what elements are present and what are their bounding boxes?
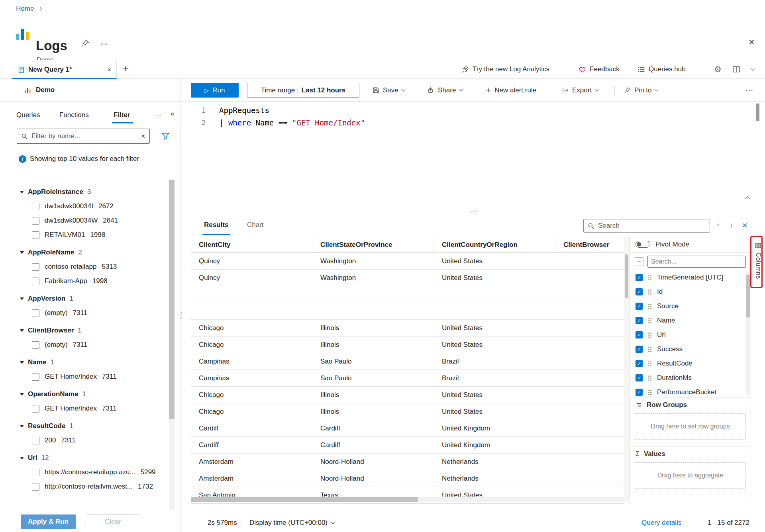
filter-item[interactable]: contoso-retailapp 5313	[0, 260, 169, 274]
table-horizontal-scrollbar-thumb[interactable]	[191, 497, 418, 502]
tab-close-icon[interactable]: ✕	[107, 67, 112, 73]
column-header[interactable]: ClientStateOrProvince	[312, 237, 434, 252]
editor-scrollbar-thumb[interactable]	[756, 104, 759, 121]
filter-item[interactable]: (empty) 7311	[0, 338, 169, 352]
tab-queries[interactable]: Queries	[16, 111, 40, 119]
pivot-mode-toggle[interactable]	[636, 241, 650, 248]
save-button[interactable]: Save	[373, 83, 405, 98]
table-row[interactable]: Cardiff Cardiff United Kingdom	[191, 420, 624, 437]
filter-item[interactable]: https://contoso-retailapp.azu... 5299	[0, 465, 169, 479]
apply-and-run-button[interactable]: Apply & Run	[21, 514, 76, 529]
results-search-box[interactable]	[583, 219, 710, 233]
checkbox-unchecked[interactable]	[32, 203, 39, 210]
table-row[interactable]: Chicago Illinois United States	[191, 320, 624, 336]
query-details-link[interactable]: Query details	[641, 519, 681, 527]
sidebar-more-icon[interactable]: …	[155, 109, 162, 117]
drag-handle-icon[interactable]	[648, 318, 652, 323]
column-header[interactable]: ClientCity	[191, 237, 312, 252]
filter-group-header[interactable]: ClientBrowser 1	[0, 323, 169, 338]
tab-functions[interactable]: Functions	[59, 111, 89, 119]
table-row[interactable]: Quincy Washington United States	[191, 253, 624, 270]
column-header[interactable]: ClientBrowser	[555, 237, 624, 252]
panel-column-row[interactable]: ✓ TimeGenerated [UTC]	[630, 270, 751, 285]
checkbox-checked-icon[interactable]: ✓	[636, 288, 643, 295]
filter-group-header[interactable]: AppVersion 1	[0, 291, 169, 306]
share-button[interactable]: Share	[428, 83, 462, 98]
checkbox-unchecked[interactable]	[32, 231, 39, 239]
checkbox-unchecked[interactable]	[32, 373, 39, 381]
columns-side-tab[interactable]: Columns	[751, 239, 765, 279]
panel-column-row[interactable]: ✓ DurationMs	[630, 371, 751, 385]
filter-group-header[interactable]: AppRoleName 2	[0, 245, 169, 260]
table-row[interactable]: Amsterdam Noord-Holland Netherlands	[191, 470, 624, 487]
display-time-dropdown[interactable]: Display time (UTC+00:00)	[249, 519, 334, 527]
drag-handle-icon[interactable]	[648, 275, 652, 280]
clear-search-icon[interactable]: ✕	[141, 133, 145, 139]
sidebar-scrollbar-thumb[interactable]	[169, 180, 175, 419]
panel-scrollbar-thumb[interactable]	[746, 275, 750, 317]
row-groups-dropzone[interactable]: Drag here to set row groups	[635, 413, 746, 440]
panel-column-row[interactable]: ✓ Id	[630, 285, 751, 299]
table-row[interactable]: Quincy Washington United States	[191, 270, 624, 286]
table-row[interactable]: Chicago Illinois United States	[191, 336, 624, 353]
filter-item[interactable]: GET Home/Index 7311	[0, 401, 169, 416]
try-new-log-analytics-button[interactable]: Try the new Log Analytics	[461, 60, 549, 79]
pin-to-button[interactable]: Pin to	[624, 83, 658, 98]
panel-column-row[interactable]: ✓ ResultCode	[630, 356, 751, 371]
checkbox-unchecked[interactable]	[32, 405, 39, 413]
checkbox-checked-icon[interactable]: ✓	[636, 389, 643, 396]
filter-item[interactable]: Fabrikam-App 1998	[0, 274, 169, 288]
checkbox-unchecked[interactable]	[32, 483, 39, 491]
panel-column-row[interactable]: ✓ Source	[630, 299, 751, 313]
filter-item[interactable]: 200 7311	[0, 433, 169, 448]
pin-icon[interactable]	[81, 39, 89, 47]
panel-column-row[interactable]: ✓ PerformanceBucket	[630, 385, 751, 397]
collapse-all-icon[interactable]: −	[635, 257, 643, 266]
search-next-icon[interactable]: ↓	[730, 221, 733, 229]
values-dropzone[interactable]: Drag here to aggregate	[635, 462, 746, 489]
table-row[interactable]	[191, 303, 624, 320]
column-header[interactable]: ClientCountryOrRegion	[434, 237, 555, 252]
filter-group-header[interactable]: AppRoleInstance 3	[0, 185, 169, 199]
checkbox-unchecked[interactable]	[32, 437, 39, 444]
panel-column-row[interactable]: ✓ Url	[630, 328, 751, 342]
side-panel-icon[interactable]	[732, 60, 740, 79]
drag-handle-icon[interactable]	[648, 289, 652, 295]
time-range-picker[interactable]: Time range : Last 12 hours	[247, 83, 359, 98]
table-row[interactable]: Campinas Sao Paulo Brazil	[191, 370, 624, 387]
filter-item[interactable]: GET Home/Index 7311	[0, 370, 169, 384]
filter-group-header[interactable]: Name 1	[0, 355, 169, 370]
checkbox-checked-icon[interactable]: ✓	[636, 317, 643, 324]
search-prev-icon[interactable]: ↑	[716, 221, 720, 229]
collapse-editor-icon[interactable]	[746, 194, 749, 202]
drag-handle-icon[interactable]	[648, 332, 652, 338]
settings-gear-icon[interactable]: ⚙	[714, 60, 722, 79]
editor-results-splitter[interactable]: ⋯	[181, 207, 765, 217]
drag-handle-icon[interactable]	[648, 389, 652, 395]
checkbox-unchecked[interactable]	[32, 278, 39, 285]
new-alert-rule-button[interactable]: + New alert rule	[486, 83, 536, 98]
checkbox-unchecked[interactable]	[32, 341, 39, 349]
filter-search-box[interactable]: ✕	[17, 129, 150, 144]
table-row[interactable]	[191, 286, 624, 303]
collapse-sidebar-icon[interactable]: «	[171, 110, 175, 118]
checkbox-checked-icon[interactable]: ✓	[636, 303, 643, 310]
tab-results[interactable]: Results	[204, 221, 228, 229]
sidebar-resize-handle[interactable]: ⋮	[178, 311, 184, 319]
checkbox-unchecked[interactable]	[32, 263, 39, 271]
funnel-filter-icon[interactable]	[161, 131, 170, 141]
panel-search-box[interactable]	[647, 256, 746, 268]
checkbox-unchecked[interactable]	[32, 217, 39, 225]
drag-handle-icon[interactable]	[648, 375, 652, 381]
results-search-input[interactable]	[598, 222, 706, 230]
filter-item[interactable]: http://contoso-retailvm.west... 1732	[0, 479, 169, 494]
drag-handle-icon[interactable]	[648, 346, 652, 352]
filter-item[interactable]: RETAILVM01 1998	[0, 228, 169, 242]
checkbox-unchecked[interactable]	[32, 309, 39, 317]
new-tab-button[interactable]: +	[123, 63, 129, 75]
table-row[interactable]: Chicago Illinois United States	[191, 403, 624, 420]
more-actions-icon[interactable]: …	[100, 37, 108, 47]
filter-group-header[interactable]: ResultCode 1	[0, 419, 169, 433]
close-search-icon[interactable]: ✕	[742, 221, 747, 230]
close-icon[interactable]: ✕	[748, 37, 755, 47]
